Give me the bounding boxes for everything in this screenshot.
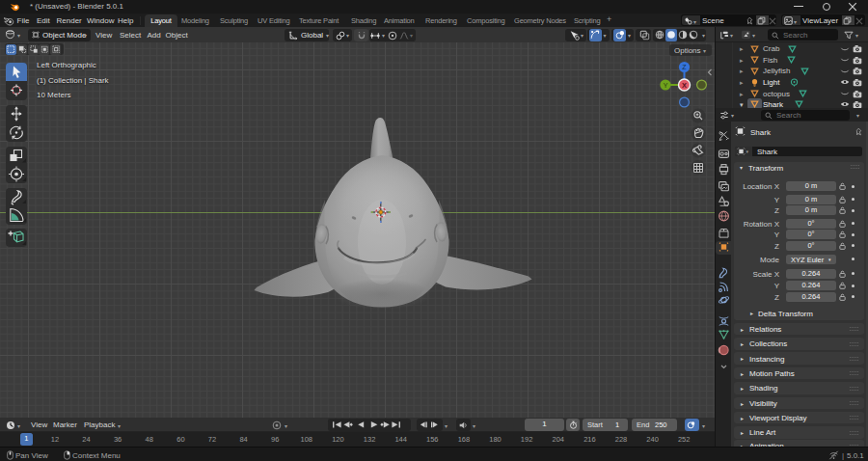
svg-text:Z: Z bbox=[682, 64, 687, 70]
svg-text:X: X bbox=[682, 81, 687, 90]
svg-text:Y: Y bbox=[664, 82, 668, 89]
